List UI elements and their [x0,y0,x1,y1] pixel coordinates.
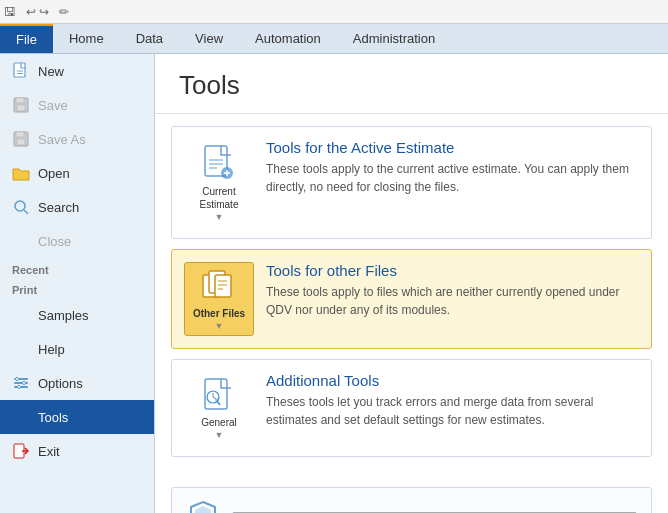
toolbar-area: 🖫 ↩ ↪ ✏ [0,0,668,24]
tools-list: CurrentEstimate ▼ Tools for the Active E… [155,114,668,479]
tools-icon [12,408,30,426]
theme-shield-icon [187,500,219,513]
svg-point-14 [16,378,19,381]
svg-rect-5 [17,105,25,111]
general-icon [203,378,235,414]
tool-info-general: Additionnal Tools Theses tools let you t… [266,372,639,429]
other-files-icon [201,269,237,305]
toolbar-icons: 🖫 ↩ ↪ ✏ [4,5,69,19]
svg-point-9 [15,201,25,211]
sidebar-item-open-label: Open [38,166,70,181]
menu-tab-administration[interactable]: Administration [337,24,451,53]
sidebar-item-options-label: Options [38,376,83,391]
sidebar-item-new[interactable]: New [0,54,154,88]
tool-card-general: General ▼ Additionnal Tools Theses tools… [171,359,652,457]
other-files-label: Other Files [193,307,245,320]
menu-tab-data[interactable]: Data [120,24,179,53]
tool-title-general: Additionnal Tools [266,372,639,389]
current-estimate-icon [203,145,235,183]
svg-line-10 [24,210,28,214]
sidebar-item-samples-label: Samples [38,308,89,323]
menu-tab-file[interactable]: File [0,24,53,53]
svg-rect-28 [215,275,231,297]
open-icon [12,164,30,182]
sidebar-item-open[interactable]: Open [0,156,154,190]
theme-section: Theme Office 2010 BlueOffice 2010 Silver… [171,487,652,513]
theme-icon-area: Theme [186,500,220,513]
tool-info-other-files: Tools for other Files These tools apply … [266,262,639,319]
sidebar-item-save-as-label: Save As [38,132,86,147]
sidebar-item-new-label: New [38,64,64,79]
svg-point-15 [23,382,26,385]
sidebar-item-tools-label: Tools [38,410,68,425]
sidebar-item-close-label: Close [38,234,71,249]
tool-card-other-files: Other Files ▼ Tools for other Files Thes… [171,249,652,349]
close-icon [12,232,30,250]
sidebar-item-exit[interactable]: Exit [0,434,154,468]
sidebar: New Save Save As Open Search [0,54,155,513]
current-estimate-label: CurrentEstimate [200,185,239,211]
save-as-icon [12,130,30,148]
exit-icon [12,442,30,460]
main-content: Tools [155,54,668,513]
sidebar-item-search-label: Search [38,200,79,215]
sidebar-item-save-as: Save As [0,122,154,156]
tool-card-current-estimate: CurrentEstimate ▼ Tools for the Active E… [171,126,652,239]
page-title: Tools [155,54,668,114]
sidebar-item-help[interactable]: Help [0,332,154,366]
menu-tab-home[interactable]: Home [53,24,120,53]
svg-rect-4 [16,98,24,103]
menu-bar: File Home Data View Automation Administr… [0,24,668,54]
tool-info-current-estimate: Tools for the Active Estimate These tool… [266,139,639,196]
sidebar-item-help-label: Help [38,342,65,357]
sidebar-item-close: Close [0,224,154,258]
tool-desc-other-files: These tools apply to files which are nei… [266,283,639,319]
tool-desc-current-estimate: These tools apply to the current active … [266,160,639,196]
current-estimate-chevron: ▼ [215,212,224,222]
tool-icon-general[interactable]: General ▼ [184,372,254,444]
options-icon [12,374,30,392]
search-icon [12,198,30,216]
tool-icon-other-files[interactable]: Other Files ▼ [184,262,254,336]
tool-title-other-files: Tools for other Files [266,262,639,279]
menu-tab-view[interactable]: View [179,24,239,53]
svg-point-16 [18,386,21,389]
sidebar-item-samples[interactable]: Samples [0,298,154,332]
sidebar-item-tools[interactable]: Tools [0,400,154,434]
tool-title-current-estimate: Tools for the Active Estimate [266,139,639,156]
svg-rect-0 [14,63,25,77]
sidebar-section-print: Print [0,278,154,298]
new-icon [12,62,30,80]
sidebar-item-search[interactable]: Search [0,190,154,224]
svg-rect-8 [17,139,25,145]
general-label: General [201,416,237,429]
sidebar-item-save: Save [0,88,154,122]
sidebar-section-recent: Recent [0,258,154,278]
layout: New Save Save As Open Search [0,54,668,513]
svg-rect-7 [16,132,24,137]
sidebar-item-save-label: Save [38,98,68,113]
other-files-chevron: ▼ [215,321,224,331]
menu-tab-automation[interactable]: Automation [239,24,337,53]
save-icon [12,96,30,114]
general-chevron: ▼ [215,430,224,440]
tool-desc-general: Theses tools let you track errors and me… [266,393,639,429]
samples-icon [12,306,30,324]
tools-active-indicator [136,408,142,426]
tool-icon-current-estimate[interactable]: CurrentEstimate ▼ [184,139,254,226]
help-icon [12,340,30,358]
sidebar-item-options[interactable]: Options [0,366,154,400]
sidebar-item-exit-label: Exit [38,444,60,459]
